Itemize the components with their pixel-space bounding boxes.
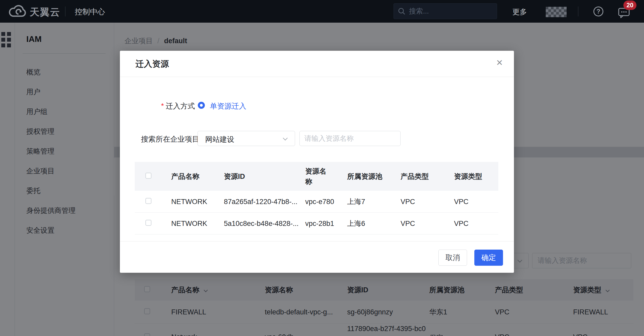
cell-ptype: VPC	[401, 219, 415, 227]
required-mark: *	[161, 102, 164, 110]
notification-badge: 20	[623, 1, 636, 10]
global-search	[394, 3, 497, 19]
col-product: 产品名称	[171, 172, 199, 181]
global-search-input[interactable]	[409, 7, 501, 15]
cell-product: NETWORK	[171, 219, 207, 227]
chevron-down-icon	[283, 136, 287, 140]
migrate-resources-modal: 迁入资源 ✕ * 迁入方式 单资源迁入 搜索所在企业项目 网站建设	[120, 51, 514, 273]
cell-name: vpc-e780	[305, 198, 334, 206]
more-menu[interactable]: 更多	[512, 7, 527, 17]
username-masked[interactable]	[546, 7, 567, 17]
cell-rtype: VPC	[454, 219, 469, 227]
confirm-button[interactable]: 确定	[474, 250, 503, 266]
col-id: 资源ID	[224, 172, 245, 181]
cloud-logo-icon	[8, 4, 28, 19]
search-icon	[398, 8, 405, 15]
brand-name: 天翼云	[30, 6, 60, 19]
col-rtype: 资源类型	[454, 172, 482, 181]
cell-product: NETWORK	[171, 198, 207, 206]
cell-ptype: VPC	[401, 198, 415, 206]
help-glyph: ?	[597, 8, 600, 15]
project-label: 搜索所在企业项目	[141, 134, 199, 144]
row-checkbox[interactable]	[145, 198, 151, 204]
cell-id: 5a10c8ec-b48e-4828-...	[224, 219, 299, 227]
cancel-button[interactable]: 取消	[438, 250, 467, 266]
cell-name: vpc-28b1	[305, 219, 334, 227]
navbar-divider	[578, 7, 578, 16]
modal-footer: 取消 确定	[120, 241, 514, 273]
resource-name-search	[299, 131, 401, 146]
migration-method-row: * 迁入方式 单资源迁入	[120, 101, 514, 111]
modal-header: 迁入资源 ✕	[120, 51, 514, 77]
project-search-row: 搜索所在企业项目 网站建设	[120, 131, 514, 146]
console-center-link[interactable]: 控制中心	[75, 7, 105, 17]
modal-resources-table: 产品名称 资源ID 资源名称 所属资源池 产品类型 资源类型 NETWORK 8…	[135, 162, 498, 234]
resource-name-input[interactable]	[304, 135, 397, 143]
cell-id: 87a265af-1220-47b8-...	[224, 198, 297, 206]
col-pool: 所属资源池	[347, 172, 382, 181]
table-row: NETWORK 5a10c8ec-b48e-4828-... vpc-28b1 …	[135, 213, 498, 234]
help-icon[interactable]: ?	[593, 7, 603, 16]
col-name: 资源名称	[305, 166, 329, 187]
select-all-checkbox[interactable]	[145, 173, 151, 179]
single-resource-radio[interactable]	[198, 102, 205, 109]
method-option-label[interactable]: 单资源迁入	[210, 101, 246, 111]
row-checkbox[interactable]	[145, 220, 151, 226]
modal-title: 迁入资源	[136, 51, 169, 77]
col-ptype: 产品类型	[401, 172, 429, 181]
project-select-value: 网站建设	[205, 135, 234, 144]
screen: IAM 概览 用户 用户组 授权管理 策略管理 企业项目 委托 身份提供商管理 …	[0, 0, 644, 336]
method-label: 迁入方式	[166, 101, 195, 111]
cell-pool: 上海7	[347, 197, 365, 206]
project-select[interactable]: 网站建设	[198, 131, 295, 146]
table-row: NETWORK 87a265af-1220-47b8-... vpc-e780 …	[135, 191, 498, 213]
modal-table-header: 产品名称 资源ID 资源名称 所属资源池 产品类型 资源类型	[135, 162, 498, 191]
top-navbar: 天翼云 控制中心 更多 ? 20	[0, 0, 644, 23]
cell-rtype: VPC	[454, 198, 469, 206]
cell-pool: 上海6	[347, 219, 365, 228]
close-icon[interactable]: ✕	[496, 59, 503, 67]
navbar-divider	[65, 7, 65, 16]
